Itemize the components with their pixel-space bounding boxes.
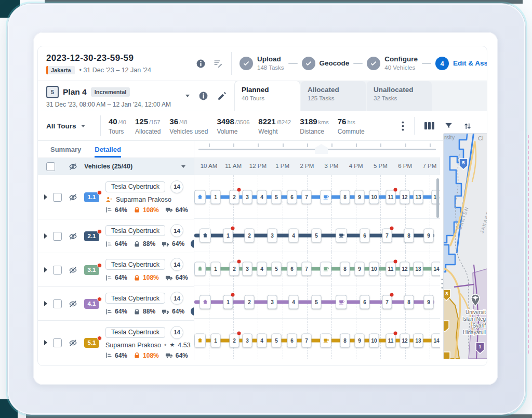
stop-chip[interactable]: 12: [400, 190, 410, 204]
home-stop-chip[interactable]: [200, 228, 211, 242]
stop-chip[interactable]: 9: [424, 228, 434, 242]
task-count-badge[interactable]: 14: [170, 292, 183, 305]
tab-planned[interactable]: Planned40 Tours: [235, 81, 300, 111]
more-badge[interactable]: +5: [191, 240, 194, 248]
vehicle-name-box[interactable]: Tesla Cybertruck: [105, 259, 165, 270]
stop-chip[interactable]: 7: [382, 295, 392, 309]
stop-chip[interactable]: 14: [432, 333, 441, 347]
stop-chip[interactable]: 8: [340, 262, 350, 276]
filter-icon[interactable]: [444, 122, 453, 130]
stop-chip[interactable]: 6: [360, 295, 370, 309]
task-count-badge[interactable]: 14: [170, 224, 183, 237]
tab-summary[interactable]: Summary: [50, 146, 81, 158]
eye-off-icon[interactable]: [69, 193, 77, 202]
stop-chip[interactable]: 1: [223, 228, 233, 242]
vehicle-name-box[interactable]: Tesla Cybertruck: [105, 225, 165, 236]
tour-id-badge[interactable]: 2.1: [84, 231, 99, 241]
stop-chip[interactable]: 9: [355, 333, 365, 347]
stop-chip[interactable]: 2: [245, 228, 255, 242]
expand-caret-icon[interactable]: [44, 194, 47, 200]
stop-chip[interactable]: 10: [369, 262, 379, 276]
stop-chip[interactable]: 2: [230, 190, 240, 204]
eye-off-icon[interactable]: [69, 299, 77, 308]
break-stop-chip[interactable]: [336, 228, 347, 242]
stop-chip[interactable]: 5: [312, 295, 322, 309]
stop-chip[interactable]: 1: [211, 262, 221, 276]
tour-id-badge[interactable]: 4.1: [84, 299, 99, 309]
columns-icon[interactable]: [424, 122, 434, 130]
edit-pencil-icon[interactable]: [217, 92, 227, 101]
stop-chip[interactable]: 5: [272, 333, 282, 347]
map-marker-gold-partial-2[interactable]: [444, 352, 450, 359]
eye-off-icon[interactable]: [69, 338, 77, 347]
stop-chip[interactable]: 3: [243, 190, 252, 204]
stop-chip[interactable]: 7: [302, 262, 312, 276]
home-stop-chip[interactable]: [194, 190, 206, 204]
stop-chip[interactable]: 11: [386, 333, 396, 347]
row-checkbox[interactable]: [53, 232, 62, 241]
info-icon[interactable]: [198, 91, 208, 101]
plan-dropdown-caret[interactable]: [185, 95, 190, 97]
stop-chip[interactable]: 12: [400, 333, 410, 347]
tour-filter-dropdown[interactable]: All Tours: [46, 122, 100, 130]
vehicle-name-box[interactable]: Tesla Cybertruck: [105, 181, 165, 192]
stop-chip[interactable]: 6: [287, 262, 297, 276]
row-checkbox[interactable]: [53, 266, 62, 275]
task-count-badge[interactable]: 14: [170, 326, 183, 339]
row-checkbox[interactable]: [53, 338, 62, 347]
select-all-checkbox[interactable]: [46, 162, 55, 171]
stop-chip[interactable]: 6: [287, 190, 297, 204]
stop-chip[interactable]: 9: [355, 262, 365, 276]
stop-chip[interactable]: 1: [223, 295, 233, 309]
edit-note-icon[interactable]: [213, 59, 223, 69]
chevron-down-icon[interactable]: [181, 165, 185, 168]
eye-off-icon[interactable]: [69, 232, 77, 241]
tour-id-badge[interactable]: 5.1: [84, 338, 99, 348]
stop-chip[interactable]: 3: [243, 262, 252, 276]
stop-chip[interactable]: 2: [230, 333, 240, 347]
stop-chip[interactable]: 4: [257, 190, 267, 204]
stop-chip[interactable]: 10: [369, 190, 379, 204]
stop-chip[interactable]: 13: [414, 262, 423, 276]
step-geocode[interactable]: Geocode: [302, 57, 350, 70]
stop-chip[interactable]: 12: [400, 262, 410, 276]
stop-chip[interactable]: 8: [340, 333, 350, 347]
stop-chip[interactable]: 4: [257, 262, 267, 276]
break-stop-chip[interactable]: [320, 262, 331, 276]
stop-chip[interactable]: 5: [312, 228, 322, 242]
break-stop-chip[interactable]: [336, 295, 347, 309]
stop-chip[interactable]: 9: [355, 190, 365, 204]
vehicle-name-box[interactable]: Tesla Cybertruck: [105, 293, 165, 304]
task-count-badge[interactable]: 14: [170, 258, 183, 271]
stop-chip[interactable]: 7: [302, 190, 312, 204]
stop-chip[interactable]: 14: [432, 262, 441, 276]
eye-off-icon[interactable]: [69, 162, 77, 171]
stop-chip[interactable]: 6: [360, 228, 370, 242]
sort-icon[interactable]: [463, 122, 472, 130]
expand-caret-icon[interactable]: [44, 267, 47, 272]
stop-chip[interactable]: 3: [268, 295, 277, 309]
stop-chip[interactable]: 13: [414, 190, 423, 204]
tab-allocated[interactable]: Allocated125 Tasks: [301, 81, 366, 111]
stop-chip[interactable]: 4: [289, 295, 299, 309]
stop-chip[interactable]: 13: [414, 333, 423, 347]
stop-chip[interactable]: 8: [404, 295, 414, 309]
map-panel[interactable]: rsity Ci BANTEN JAKARTA Universit Islam …: [443, 133, 487, 359]
eye-off-icon[interactable]: [69, 266, 77, 275]
stop-chip[interactable]: 1: [211, 333, 221, 347]
stop-chip[interactable]: 4: [289, 228, 299, 242]
stop-chip[interactable]: 7: [302, 333, 312, 347]
info-icon[interactable]: [196, 59, 206, 69]
stop-chip[interactable]: 8: [340, 190, 350, 204]
task-count-badge[interactable]: 14: [170, 180, 183, 193]
stop-chip[interactable]: 11: [386, 262, 396, 276]
step-configure[interactable]: Configure40 Vehicles: [367, 55, 418, 71]
expand-caret-icon[interactable]: [44, 301, 47, 306]
stop-chip[interactable]: 3: [268, 228, 277, 242]
break-stop-chip[interactable]: [320, 190, 331, 204]
expand-caret-icon[interactable]: [44, 340, 47, 345]
home-stop-chip[interactable]: [200, 295, 211, 309]
home-stop-chip[interactable]: [194, 262, 206, 276]
kebab-menu-icon[interactable]: [402, 121, 404, 131]
stop-chip[interactable]: 2: [230, 262, 240, 276]
